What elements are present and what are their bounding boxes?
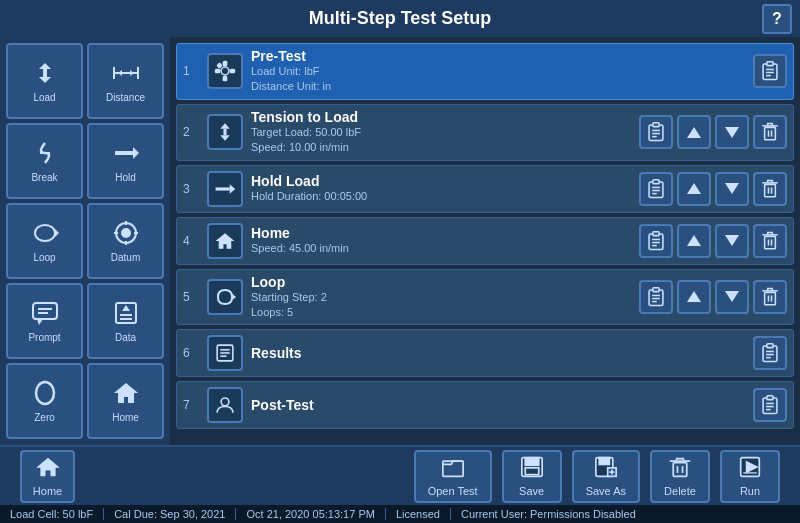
svg-rect-64 — [653, 231, 659, 235]
sidebar-zero-label: Zero — [34, 412, 55, 423]
sidebar-item-load[interactable]: Load — [6, 43, 83, 119]
svg-marker-52 — [230, 184, 236, 193]
step-row-2[interactable]: 3 Hold Load Hold Duration: 00:05:00 — [176, 165, 794, 213]
distance-icon — [112, 59, 140, 90]
svg-marker-62 — [216, 233, 235, 249]
step-copy-btn-2[interactable] — [639, 172, 673, 206]
sidebar-prompt-label: Prompt — [28, 332, 60, 343]
svg-rect-41 — [223, 129, 226, 135]
sidebar-item-distance[interactable]: Distance — [87, 43, 164, 119]
step-info-6: Post-Test — [251, 397, 753, 413]
toolbar-save-label: Save — [519, 485, 544, 497]
svg-rect-58 — [765, 184, 776, 196]
sidebar-item-zero[interactable]: Zero — [6, 363, 83, 439]
step-name-4: Loop — [251, 274, 639, 290]
step-row-1[interactable]: 2 Tension to Load Target Load: 50.00 lbF… — [176, 104, 794, 161]
toolbar-run-button[interactable]: Run — [720, 450, 780, 503]
toolbar-saveas-button[interactable]: Save As — [572, 450, 640, 503]
step-delete-btn-2[interactable] — [753, 172, 787, 206]
sidebar-data-label: Data — [115, 332, 136, 343]
step-details-0: Load Unit: lbFDistance Unit: in — [251, 64, 753, 95]
svg-point-26 — [36, 382, 54, 404]
toolbar-save-button[interactable]: Save — [502, 450, 562, 503]
toolbar-open-label: Open Test — [428, 485, 478, 497]
status-licensed: Licensed — [386, 508, 451, 520]
svg-point-91 — [221, 398, 229, 406]
status-caldue: Cal Due: Sep 30, 2021 — [104, 508, 236, 520]
svg-marker-11 — [55, 229, 59, 237]
toolbar-home-button[interactable]: Home — [20, 450, 75, 503]
sidebar-item-loop[interactable]: Loop — [6, 203, 83, 279]
step-copy-btn-6[interactable] — [753, 388, 787, 422]
step-up-btn-4[interactable] — [677, 280, 711, 314]
step-name-6: Post-Test — [251, 397, 753, 413]
sidebar-item-hold[interactable]: Hold — [87, 123, 164, 199]
datum-icon — [112, 219, 140, 250]
sidebar-item-prompt[interactable]: Prompt — [6, 283, 83, 359]
sidebar-item-datum[interactable]: Datum — [87, 203, 164, 279]
svg-rect-98 — [443, 461, 463, 476]
svg-rect-43 — [653, 123, 659, 127]
step-icon-3 — [207, 223, 243, 259]
step-copy-btn-4[interactable] — [639, 280, 673, 314]
step-row-5[interactable]: 6 Results — [176, 329, 794, 377]
sidebar-item-break[interactable]: Break — [6, 123, 83, 199]
step-row-4[interactable]: 5 Loop Starting Step: 2Loops: 5 — [176, 269, 794, 326]
step-delete-btn-4[interactable] — [753, 280, 787, 314]
svg-rect-30 — [223, 77, 226, 81]
toolbar-delete-button[interactable]: Delete — [650, 450, 710, 503]
step-down-btn-4[interactable] — [715, 280, 749, 314]
step-up-btn-3[interactable] — [677, 224, 711, 258]
step-actions-0 — [753, 54, 787, 88]
sidebar-load-label: Load — [33, 92, 55, 103]
step-delete-btn-1[interactable] — [753, 115, 787, 149]
load-icon — [31, 59, 59, 90]
svg-marker-21 — [37, 319, 43, 325]
step-number-2: 3 — [183, 182, 199, 196]
step-up-btn-2[interactable] — [677, 172, 711, 206]
step-down-btn-1[interactable] — [715, 115, 749, 149]
svg-rect-29 — [223, 62, 226, 66]
step-copy-btn-3[interactable] — [639, 224, 673, 258]
step-row-3[interactable]: 4 Home Speed: 45.00 in/min — [176, 217, 794, 265]
toolbar-delete-label: Delete — [664, 485, 696, 497]
step-name-5: Results — [251, 345, 753, 361]
svg-marker-7 — [130, 70, 134, 76]
hold-icon — [112, 139, 140, 170]
prompt-icon — [31, 299, 59, 330]
step-copy-btn-5[interactable] — [753, 336, 787, 370]
step-number-6: 7 — [183, 398, 199, 412]
sidebar-item-home[interactable]: Home — [87, 363, 164, 439]
sidebar-break-label: Break — [31, 172, 57, 183]
step-actions-6 — [753, 388, 787, 422]
step-actions-3 — [639, 224, 787, 258]
step-down-btn-3[interactable] — [715, 224, 749, 258]
step-details-2: Hold Duration: 00:05:00 — [251, 189, 639, 204]
toolbar-open-button[interactable]: Open Test — [414, 450, 492, 503]
svg-rect-103 — [599, 457, 609, 464]
step-actions-5 — [753, 336, 787, 370]
svg-rect-93 — [767, 396, 773, 400]
step-down-btn-2[interactable] — [715, 172, 749, 206]
right-panel: 1 Pre-Test Load Unit: lbFDistance Unit: … — [170, 37, 800, 445]
sidebar: Load Distance B — [0, 37, 170, 445]
step-copy-btn-1[interactable] — [639, 115, 673, 149]
svg-rect-107 — [673, 462, 687, 476]
step-up-btn-1[interactable] — [677, 115, 711, 149]
step-delete-btn-3[interactable] — [753, 224, 787, 258]
run-icon — [738, 456, 762, 483]
status-datetime: Oct 21, 2020 05:13:17 PM — [236, 508, 385, 520]
app-title: Multi-Step Test Setup — [309, 8, 492, 28]
step-icon-1 — [207, 114, 243, 150]
step-row-6[interactable]: 7 Post-Test — [176, 381, 794, 429]
step-details-3: Speed: 45.00 in/min — [251, 241, 639, 256]
step-name-1: Tension to Load — [251, 109, 639, 125]
sidebar-item-data[interactable]: Data — [87, 283, 164, 359]
step-row-0[interactable]: 1 Pre-Test Load Unit: lbFDistance Unit: … — [176, 43, 794, 100]
help-button[interactable]: ? — [762, 4, 792, 34]
svg-rect-51 — [216, 187, 230, 190]
step-number-0: 1 — [183, 64, 199, 78]
svg-marker-97 — [36, 457, 60, 476]
step-name-2: Hold Load — [251, 173, 639, 189]
step-copy-btn-0[interactable] — [753, 54, 787, 88]
